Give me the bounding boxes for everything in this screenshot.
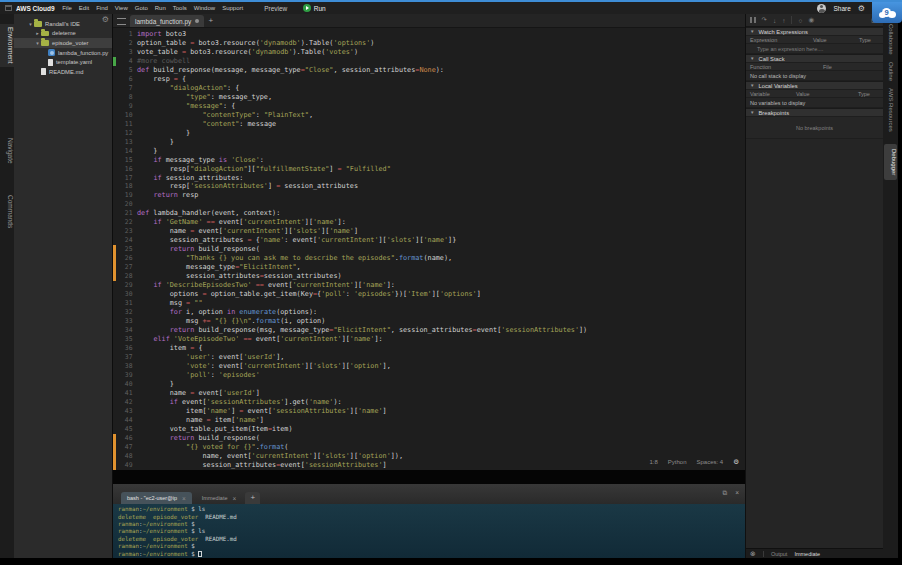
column-header[interactable]: Function bbox=[750, 64, 771, 70]
menu-support[interactable]: Support bbox=[219, 5, 247, 11]
toggle-breakpoints-icon[interactable]: ○ bbox=[798, 17, 802, 24]
console-tab-immediate[interactable]: Immediate bbox=[794, 551, 820, 557]
line-number[interactable]: 32 bbox=[113, 308, 133, 317]
terminal-output[interactable]: ranman:~/environment $ lsdeleteme episod… bbox=[113, 504, 745, 558]
line-number[interactable]: 30 bbox=[113, 290, 133, 299]
left-tab-commands[interactable]: Commands bbox=[0, 192, 14, 231]
tree-right-arrow-icon[interactable]: ▸ bbox=[34, 30, 41, 36]
line-number[interactable]: 42 bbox=[113, 398, 133, 407]
line-number[interactable]: 18 bbox=[113, 182, 133, 191]
preview-button[interactable]: Preview bbox=[261, 5, 291, 12]
line-number[interactable]: 31 bbox=[113, 299, 133, 308]
step-over-icon[interactable]: ↷ bbox=[762, 16, 767, 24]
line-number[interactable]: 21 bbox=[113, 209, 133, 218]
line-number[interactable]: 22 bbox=[113, 218, 133, 227]
step-into-icon[interactable]: ↓ bbox=[773, 17, 776, 24]
collapse-arrow-icon[interactable]: ▼ bbox=[750, 83, 754, 88]
menu-goto[interactable]: Goto bbox=[131, 5, 151, 11]
editor-settings-gear-icon[interactable]: ⚙ bbox=[733, 458, 739, 466]
tree-item-lambda-function-py[interactable]: lambda_function.py bbox=[14, 48, 112, 58]
menu-run[interactable]: Run bbox=[151, 5, 169, 11]
line-number[interactable]: 41 bbox=[113, 389, 133, 398]
line-number[interactable]: 40 bbox=[113, 380, 133, 389]
tree-item-template-yaml[interactable]: template.yaml bbox=[14, 57, 112, 67]
column-header[interactable]: File bbox=[823, 64, 832, 70]
new-terminal-tab-button[interactable]: + bbox=[245, 492, 260, 504]
terminal-close-icon[interactable]: × bbox=[735, 489, 739, 497]
terminal-tab-bash[interactable]: bash - "ec2-user@ip× bbox=[121, 492, 192, 504]
line-number[interactable]: 44 bbox=[113, 416, 133, 425]
line-number[interactable]: 9 bbox=[113, 102, 133, 111]
menu-file[interactable]: File bbox=[59, 5, 76, 11]
collapse-arrow-icon[interactable]: ▼ bbox=[750, 29, 754, 34]
language-mode[interactable]: Python bbox=[668, 459, 687, 465]
line-number[interactable]: 11 bbox=[113, 120, 133, 129]
line-number[interactable]: 16 bbox=[113, 165, 133, 174]
tree-down-arrow-icon[interactable]: ▾ bbox=[34, 40, 41, 46]
step-out-icon[interactable]: ↑ bbox=[782, 17, 785, 24]
tree-item-episode-voter[interactable]: ▾episode_voter bbox=[14, 38, 112, 48]
line-number[interactable]: 13 bbox=[113, 138, 133, 147]
line-number[interactable]: 15 bbox=[113, 156, 133, 165]
line-number[interactable]: 23 bbox=[113, 227, 133, 236]
left-tab-environment[interactable]: Environment bbox=[0, 24, 14, 67]
settings-gear-icon[interactable]: ⚙ bbox=[858, 4, 865, 13]
section-header-local-variables[interactable]: ▼Local Variables bbox=[746, 81, 883, 90]
tree-settings-gear-icon[interactable]: ⚙ bbox=[102, 15, 109, 24]
menu-find[interactable]: Find bbox=[93, 5, 112, 11]
column-header[interactable]: Type bbox=[858, 91, 870, 97]
column-header[interactable]: Variable bbox=[750, 91, 770, 97]
line-number[interactable]: 36 bbox=[113, 344, 133, 353]
editor-list-icon[interactable] bbox=[117, 18, 126, 25]
menu-edit[interactable]: Edit bbox=[75, 5, 92, 11]
left-tab-navigate[interactable]: Navigate bbox=[0, 135, 14, 167]
line-number[interactable]: 2 bbox=[113, 39, 133, 48]
line-number[interactable]: 39 bbox=[113, 371, 133, 380]
line-number[interactable]: 19 bbox=[113, 191, 133, 200]
right-tab-aws-resources[interactable]: AWS Resources bbox=[888, 86, 894, 134]
console-close-icon[interactable]: ⊗ bbox=[750, 550, 756, 558]
line-number[interactable]: 34 bbox=[113, 326, 133, 335]
column-header[interactable]: Value bbox=[796, 91, 810, 97]
line-number[interactable]: 20 bbox=[113, 200, 133, 209]
menu-view[interactable]: View bbox=[111, 5, 131, 11]
line-number[interactable]: 35 bbox=[113, 335, 133, 344]
window-icon[interactable] bbox=[5, 5, 12, 11]
tree-down-arrow-icon[interactable]: ▾ bbox=[27, 21, 34, 27]
line-number[interactable]: 5 bbox=[113, 66, 133, 75]
line-number[interactable]: 12 bbox=[113, 129, 133, 138]
pause-icon[interactable] bbox=[750, 17, 756, 23]
line-number[interactable]: 1 bbox=[113, 30, 133, 39]
line-number[interactable]: 33 bbox=[113, 317, 133, 326]
run-button[interactable]: Run bbox=[303, 4, 326, 12]
line-number[interactable]: 38 bbox=[113, 362, 133, 371]
collapse-arrow-icon[interactable]: ▼ bbox=[750, 56, 754, 61]
line-number[interactable]: 8 bbox=[113, 93, 133, 102]
menu-window[interactable]: Window bbox=[190, 5, 218, 11]
tree-item-readme-md[interactable]: README.md bbox=[14, 67, 112, 77]
line-number[interactable]: 7 bbox=[113, 84, 133, 93]
tree-item-deleteme[interactable]: ▸deleteme bbox=[14, 29, 112, 39]
section-header-call-stack[interactable]: ▼Call Stack bbox=[746, 54, 883, 63]
section-header-watch-expressions[interactable]: ▼Watch Expressions bbox=[746, 27, 883, 36]
column-header[interactable]: Value bbox=[813, 37, 827, 43]
line-number[interactable]: 14 bbox=[113, 147, 133, 156]
line-number[interactable]: 3 bbox=[113, 48, 133, 57]
tab-close-icon[interactable]: × bbox=[182, 495, 186, 502]
avatar[interactable] bbox=[817, 4, 826, 13]
editor-tab[interactable]: lambda_function.py bbox=[130, 15, 204, 27]
spaces-setting[interactable]: Spaces: 4 bbox=[696, 459, 723, 465]
terminal-maximize-icon[interactable]: ⧉ bbox=[723, 489, 728, 497]
right-tab-debugger[interactable]: Debugger bbox=[884, 144, 897, 180]
line-number[interactable]: 37 bbox=[113, 353, 133, 362]
column-header[interactable]: Expression bbox=[750, 37, 777, 43]
line-number[interactable]: 6 bbox=[113, 75, 133, 84]
line-number[interactable]: 29 bbox=[113, 281, 133, 290]
column-header[interactable]: Type bbox=[859, 37, 871, 43]
editor-hscroll-area[interactable] bbox=[113, 470, 745, 484]
tree-item-randall-s-ide[interactable]: ▾Randall's IDE bbox=[14, 19, 112, 29]
section-content[interactable]: Type an expression here.... bbox=[746, 44, 883, 54]
cloud9-logo-tab[interactable]: 9 bbox=[872, 2, 902, 23]
cursor-position[interactable]: 1:8 bbox=[649, 459, 657, 465]
line-number[interactable]: 24 bbox=[113, 236, 133, 245]
